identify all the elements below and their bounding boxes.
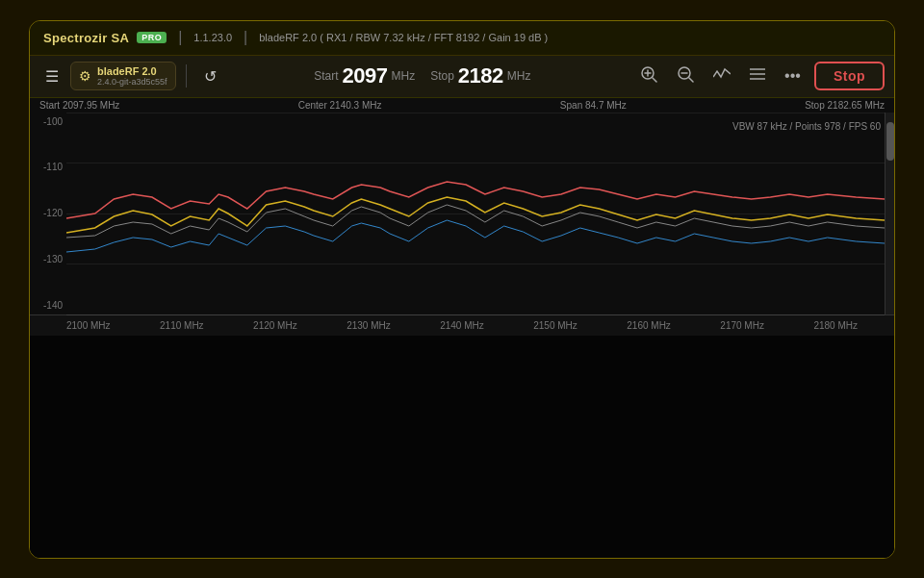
x-label-2170: 2170 MHz xyxy=(720,320,764,331)
app-window: Spectrozir SA PRO | 1.1.23.0 | bladeRF 2… xyxy=(29,20,895,559)
y-label-100: -100 xyxy=(30,116,66,127)
zoom-in-icon xyxy=(640,65,657,87)
grid-line-140 xyxy=(66,314,885,315)
span-info: Span 84.7 MHz xyxy=(560,100,627,111)
stop-frequency[interactable]: 2182 xyxy=(458,63,503,88)
svg-line-1 xyxy=(653,78,656,82)
title-separator2: | xyxy=(244,29,247,46)
start-label: Start xyxy=(314,69,338,83)
title-separator: | xyxy=(178,29,182,46)
x-label-2110: 2110 MHz xyxy=(160,320,204,331)
toolbar-icons: ••• xyxy=(632,62,808,90)
scrollbar-thumb[interactable] xyxy=(886,122,894,161)
title-bar: Spectrozir SA PRO | 1.1.23.0 | bladeRF 2… xyxy=(30,21,894,56)
start-freq-unit: MHz xyxy=(391,69,415,83)
bars-button[interactable] xyxy=(742,63,773,88)
y-label-120: -120 xyxy=(30,208,66,218)
zoom-in-button[interactable] xyxy=(632,62,665,90)
more-icon: ••• xyxy=(784,67,801,85)
chart-icon xyxy=(713,67,731,85)
stop-freq-info: Stop 2182.65 MHz xyxy=(805,100,885,111)
stop-freq-unit: MHz xyxy=(507,69,531,83)
spectrum-info-bar: Start 2097.95 MHz Center 2140.3 MHz Span… xyxy=(30,98,894,113)
y-axis: -100 -110 -120 -130 -140 xyxy=(30,113,66,314)
start-freq-info: Start 2097.95 MHz xyxy=(39,100,119,111)
title-version: 1.1.23.0 xyxy=(193,32,232,43)
stop-button[interactable]: Stop xyxy=(814,62,885,90)
hamburger-icon: ☰ xyxy=(45,67,59,86)
y-label-130: -130 xyxy=(30,254,66,264)
y-label-140: -140 xyxy=(30,300,66,311)
waterfall-canvas[interactable] xyxy=(30,336,894,558)
device-id: 2.4.0-git-a3d5c55f xyxy=(97,77,167,87)
scrollbar[interactable] xyxy=(885,113,894,314)
x-label-2150: 2150 MHz xyxy=(533,320,578,331)
x-axis: 2100 MHz 2110 MHz 2120 MHz 2130 MHz 2140… xyxy=(30,314,894,336)
device-name: bladeRF 2.0 xyxy=(97,65,167,77)
toolbar-separator xyxy=(186,64,187,88)
vbw-info: VBW 87 kHz / Points 978 / FPS 60 xyxy=(732,121,881,132)
center-freq-info: Center 2140.3 MHz xyxy=(298,100,382,111)
title-device-info: bladeRF 2.0 ( RX1 / RBW 7.32 kHz / FFT 8… xyxy=(259,32,548,43)
toolbar: ☰ ⚙ bladeRF 2.0 2.4.0-git-a3d5c55f ↺ Sta… xyxy=(30,56,894,98)
menu-button[interactable]: ☰ xyxy=(39,63,64,89)
stop-label: Stop xyxy=(430,69,454,83)
more-button[interactable]: ••• xyxy=(777,63,808,88)
svg-line-5 xyxy=(689,78,693,82)
x-label-2160: 2160 MHz xyxy=(627,320,671,331)
spectrum-chart[interactable] xyxy=(66,113,885,305)
x-label-2140: 2140 MHz xyxy=(440,320,484,331)
bars-icon xyxy=(750,67,765,85)
x-label-2120: 2120 MHz xyxy=(253,320,297,331)
frequency-controls: Start 2097 MHz Stop 2182 MHz xyxy=(230,63,628,88)
chart-area: Start 2097.95 MHz Center 2140.3 MHz Span… xyxy=(30,98,894,558)
y-label-110: -110 xyxy=(30,162,66,172)
pro-badge: PRO xyxy=(137,32,167,43)
x-label-2130: 2130 MHz xyxy=(346,320,391,331)
zoom-out-icon xyxy=(677,65,694,87)
app-name: Spectrozir SA xyxy=(43,31,129,45)
undo-button[interactable]: ↺ xyxy=(196,63,224,89)
x-label-2180: 2180 MHz xyxy=(813,320,858,331)
start-frequency[interactable]: 2097 xyxy=(343,63,388,88)
waterfall-container xyxy=(30,336,894,558)
x-label-2100: 2100 MHz xyxy=(66,320,111,331)
settings-icon: ⚙ xyxy=(79,68,91,84)
undo-icon: ↺ xyxy=(204,68,217,85)
device-selector[interactable]: ⚙ bladeRF 2.0 2.4.0-git-a3d5c55f xyxy=(70,62,176,90)
zoom-out-button[interactable] xyxy=(669,62,702,90)
chart-type-button[interactable] xyxy=(706,63,738,88)
spectrum-container[interactable]: VBW 87 kHz / Points 978 / FPS 60 -100 -1… xyxy=(30,113,894,314)
